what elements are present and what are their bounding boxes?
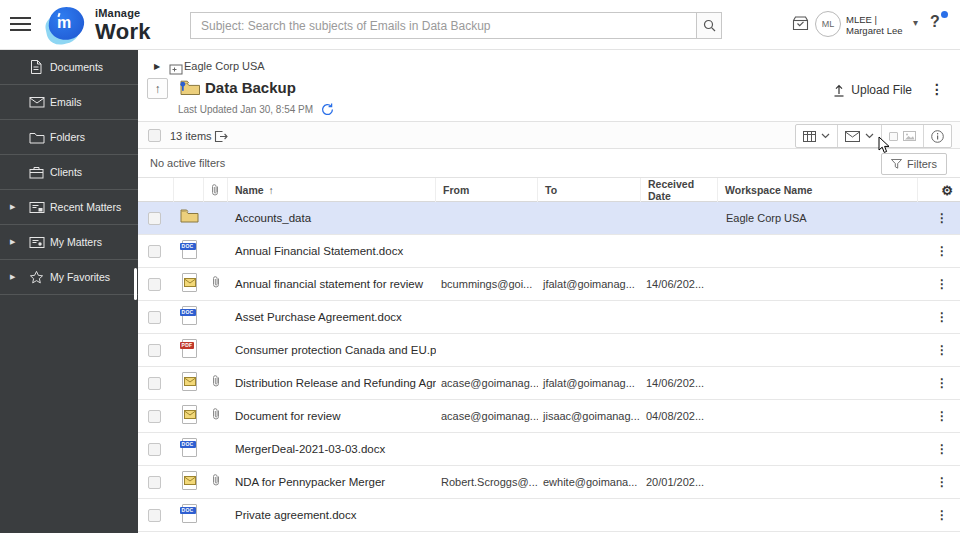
expand-triangle-icon[interactable]: ▶	[10, 238, 15, 246]
row-menu-button[interactable]: ⋮	[936, 278, 948, 290]
row-name[interactable]: MergerDeal-2021-03-03.docx	[228, 433, 436, 465]
row-checkbox[interactable]	[148, 443, 161, 456]
row-received-date: 14/06/202...	[641, 367, 718, 399]
table-row[interactable]: DOC Annual Financial Statement.docx ⋮	[138, 235, 960, 268]
row-received-date	[641, 235, 718, 267]
breadcrumb-expand-icon[interactable]: ▶	[154, 62, 160, 71]
column-settings-gear-icon[interactable]: ⚙	[918, 178, 960, 202]
row-checkbox[interactable]	[148, 245, 161, 258]
row-from: bcummings@goi...	[436, 268, 538, 300]
row-to	[538, 433, 641, 465]
user-menu-caret-icon[interactable]: ▾	[913, 17, 918, 28]
row-name[interactable]: Annual financial statement for review	[228, 268, 436, 300]
view-selector-button[interactable]	[796, 125, 838, 147]
info-button[interactable]	[924, 125, 951, 147]
row-checkbox[interactable]	[148, 311, 161, 324]
row-checkbox[interactable]	[148, 377, 161, 390]
row-menu-button[interactable]: ⋮	[936, 443, 948, 455]
header-received-date[interactable]: Received Date	[641, 178, 718, 202]
refresh-icon[interactable]	[321, 103, 334, 116]
row-menu-button[interactable]: ⋮	[936, 509, 948, 521]
table-row[interactable]: DOC MergerDeal-2021-03-03.docx ⋮	[138, 433, 960, 466]
sidebar-item-folders[interactable]: Folders	[0, 120, 138, 155]
table-header: Name ↑ From To Received Date Workspace N…	[138, 178, 960, 202]
row-name[interactable]: Distribution Release and Refunding Agre.…	[228, 367, 436, 399]
sidebar-item-documents[interactable]: Documents	[0, 50, 138, 85]
row-name[interactable]: Private agreement.docx	[228, 499, 436, 531]
table-row[interactable]: PDF Consumer protection Canada and EU.pd…	[138, 334, 960, 367]
search-button[interactable]	[696, 12, 722, 39]
image-icon	[903, 131, 916, 141]
help-icon[interactable]: ?	[930, 13, 940, 31]
row-checkbox[interactable]	[148, 344, 161, 357]
checkout-tray-icon[interactable]	[791, 15, 810, 36]
row-checkbox[interactable]	[148, 476, 161, 489]
table-row[interactable]: DOC Asset Purchase Agreement.docx ⋮	[138, 301, 960, 334]
row-name[interactable]: Annual Financial Statement.docx	[228, 235, 436, 267]
row-received-date: 20/01/202...	[641, 466, 718, 498]
table-row[interactable]: DOC Private agreement.docx ⋮	[138, 499, 960, 532]
search-input[interactable]	[190, 12, 696, 39]
hamburger-menu-icon[interactable]	[10, 17, 31, 32]
row-name[interactable]: Accounts_data	[228, 202, 436, 234]
sort-ascending-icon: ↑	[269, 184, 274, 196]
row-menu-button[interactable]: ⋮	[936, 212, 948, 224]
chevron-down-icon[interactable]	[865, 133, 874, 139]
header-from[interactable]: From	[436, 178, 538, 202]
sidebar-item-my-matters[interactable]: ▶ My Matters	[0, 225, 138, 260]
table-row[interactable]: Document for review acase@goimanag... ji…	[138, 400, 960, 433]
breadcrumb-workspace-link[interactable]: Eagle Corp USA	[184, 60, 265, 72]
row-received-date: 04/08/202...	[641, 400, 718, 432]
table-row[interactable]: Annual financial statement for review bc…	[138, 268, 960, 301]
expand-triangle-icon[interactable]: ▶	[10, 273, 15, 281]
header-name[interactable]: Name ↑	[228, 178, 436, 202]
row-name[interactable]: Asset Purchase Agreement.docx	[228, 301, 436, 333]
row-from	[436, 499, 538, 531]
sidebar-item-emails[interactable]: Emails	[0, 85, 138, 120]
row-checkbox[interactable]	[148, 410, 161, 423]
navigate-up-button[interactable]: ↑	[147, 78, 168, 99]
funnel-icon	[891, 159, 902, 170]
attachment-icon	[212, 407, 220, 425]
row-checkbox[interactable]	[148, 278, 161, 291]
expand-triangle-icon[interactable]: ▶	[10, 203, 15, 211]
filters-button[interactable]: Filters	[881, 153, 947, 175]
attachment-icon	[212, 275, 220, 293]
row-name[interactable]: NDA for Pennypacker Merger	[228, 466, 436, 498]
header-to[interactable]: To	[538, 178, 641, 202]
row-checkbox[interactable]	[148, 212, 161, 225]
row-received-date	[641, 433, 718, 465]
page-menu-button[interactable]: ⋮	[930, 81, 944, 97]
row-workspace-name	[718, 301, 918, 333]
matter-icon	[29, 234, 45, 250]
table-row[interactable]: Accounts_data Eagle Corp USA ⋮	[138, 202, 960, 235]
checkbox-icon	[889, 132, 898, 141]
email-action-button[interactable]	[838, 125, 882, 147]
sidebar-item-recent-matters[interactable]: ▶ Recent Matters	[0, 190, 138, 225]
upload-file-button[interactable]: Upload File	[833, 83, 912, 97]
row-menu-button[interactable]: ⋮	[936, 410, 948, 422]
header-attachment-cell[interactable]	[204, 178, 228, 202]
header-workspace-name[interactable]: Workspace Name	[718, 178, 918, 202]
table-body: Accounts_data Eagle Corp USA ⋮ DOC Annua…	[138, 202, 960, 532]
row-menu-button[interactable]: ⋮	[936, 311, 948, 323]
row-menu-button[interactable]: ⋮	[936, 245, 948, 257]
row-menu-button[interactable]: ⋮	[936, 377, 948, 389]
envelope-icon	[845, 131, 860, 142]
table-row[interactable]: NDA for Pennypacker Merger Robert.Scrogg…	[138, 466, 960, 499]
row-menu-button[interactable]: ⋮	[936, 476, 948, 488]
email-icon	[29, 94, 45, 110]
table-row[interactable]: Distribution Release and Refunding Agre.…	[138, 367, 960, 400]
row-name[interactable]: Consumer protection Canada and EU.pdf	[228, 334, 436, 366]
export-list-icon[interactable]	[214, 129, 228, 147]
avatar[interactable]: ML	[815, 11, 841, 37]
row-name[interactable]: Document for review	[228, 400, 436, 432]
sidebar-scrollbar[interactable]	[134, 268, 137, 300]
select-all-checkbox[interactable]	[148, 129, 161, 142]
sidebar-item-my-favorites[interactable]: ▶ My Favorites	[0, 260, 138, 295]
header-checkbox-cell	[138, 178, 174, 202]
sidebar-item-clients[interactable]: Clients	[0, 155, 138, 190]
row-checkbox[interactable]	[148, 509, 161, 522]
view-actions-bar	[795, 124, 952, 148]
row-menu-button[interactable]: ⋮	[936, 344, 948, 356]
